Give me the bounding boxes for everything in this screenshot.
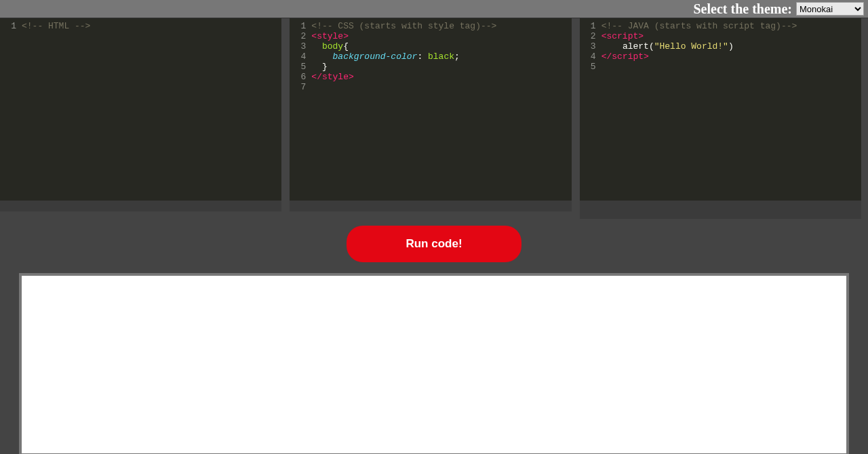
code-line[interactable]: body{ [311,41,568,51]
code-line[interactable]: alert("Hello World!") [601,41,859,51]
code-line[interactable]: <!-- HTML --> [22,21,279,31]
editor-css[interactable]: 1234567 <!-- CSS (starts with style tag)… [290,18,571,201]
code-line[interactable]: } [311,62,568,72]
line-number: 5 [580,62,596,72]
line-number: 7 [290,82,306,92]
editor-js-wrap: 12345 <!-- JAVA (starts with script tag)… [580,18,868,219]
line-number: 3 [290,41,306,51]
editor-js-shadow-2 [580,211,861,219]
topbar: Select the theme: Monokai [0,0,868,18]
line-number: 1 [290,21,306,31]
line-number: 4 [580,51,596,62]
code-line[interactable] [311,82,568,92]
editor-html[interactable]: 1 <!-- HTML --> [0,18,281,201]
output-frame[interactable] [22,276,846,453]
code-line[interactable]: <!-- JAVA (starts with script tag)--> [601,21,859,31]
output-wrap [19,273,849,454]
editor-html-shadow [0,201,281,211]
run-row: Run code! [0,219,868,268]
code-js[interactable]: <!-- JAVA (starts with script tag)--><sc… [599,18,861,201]
line-number: 4 [290,51,306,62]
code-line[interactable]: <style> [311,31,568,41]
code-line[interactable]: <script> [601,31,859,41]
line-number: 2 [290,31,306,41]
gutter-css: 1234567 [290,18,309,201]
code-line[interactable]: </script> [601,51,859,62]
line-number: 1 [580,21,596,31]
line-number: 2 [580,31,596,41]
line-number: 3 [580,41,596,51]
code-line[interactable]: </style> [311,72,568,82]
gutter-js: 12345 [580,18,599,201]
editors-row: 1 <!-- HTML --> 1234567 <!-- CSS (starts… [0,18,868,219]
code-html[interactable]: <!-- HTML --> [19,18,281,201]
code-line[interactable]: <!-- CSS (starts with style tag)--> [311,21,568,31]
run-button[interactable]: Run code! [347,226,521,262]
editor-js[interactable]: 12345 <!-- JAVA (starts with script tag)… [580,18,861,201]
theme-label: Select the theme: [694,1,793,17]
code-css[interactable]: <!-- CSS (starts with style tag)--><styl… [309,18,571,201]
editor-html-wrap: 1 <!-- HTML --> [0,18,281,219]
theme-select[interactable]: Monokai [796,2,864,16]
code-line[interactable]: background-color: black; [311,51,568,62]
editor-css-wrap: 1234567 <!-- CSS (starts with style tag)… [290,18,571,219]
editor-js-shadow [580,201,861,211]
gutter-html: 1 [0,18,19,201]
editor-css-shadow [290,201,571,211]
line-number: 5 [290,62,306,72]
code-line[interactable] [601,62,859,72]
line-number: 1 [0,21,16,31]
line-number: 6 [290,72,306,82]
